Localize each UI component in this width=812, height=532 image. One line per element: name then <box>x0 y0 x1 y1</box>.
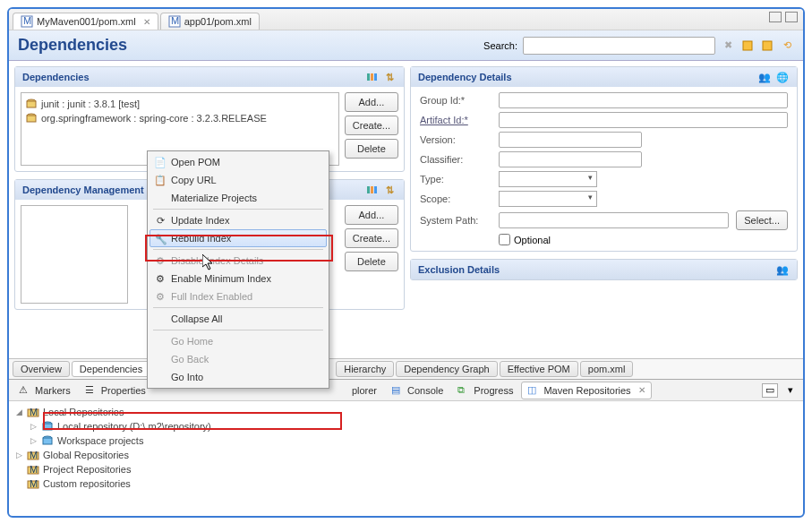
people-icon[interactable]: 👥 <box>757 70 772 84</box>
svg-text:M: M <box>30 407 38 417</box>
svg-rect-5 <box>763 41 772 50</box>
svg-text:M: M <box>23 15 31 26</box>
repo-folder-icon: M <box>27 449 39 461</box>
expand-icon[interactable]: ▷ <box>14 450 23 459</box>
tree-row-workspace[interactable]: ▷Workspace projects <box>14 433 798 448</box>
tab-label: app01/pom.xml <box>184 16 252 27</box>
syspath-input[interactable] <box>499 212 729 228</box>
tree-row-local-root[interactable]: ◢MLocal Repositories <box>14 405 798 419</box>
view-markers[interactable]: ⚠Markers <box>13 382 77 399</box>
group-id-input[interactable] <box>499 92 788 108</box>
menu-go-home[interactable]: Go Home <box>150 332 327 350</box>
menu-go-into[interactable]: Go Into <box>150 368 327 386</box>
view-maven-repos[interactable]: ◫Maven Repositories✕ <box>521 382 651 399</box>
tab-dependencies[interactable]: Dependencies <box>72 361 150 377</box>
add-button[interactable]: Add... <box>345 92 398 112</box>
version-input[interactable] <box>499 132 642 148</box>
dependency-item[interactable]: org.springframework : spring-core : 3.2.… <box>25 111 335 125</box>
add-button[interactable]: Add... <box>345 205 398 225</box>
menu-collapse-all[interactable]: Collapse All <box>150 310 327 328</box>
expand-icon[interactable]: ▷ <box>29 436 38 445</box>
menu-rebuild-index[interactable]: 🔧Rebuild Index <box>150 229 327 247</box>
dependency-item[interactable]: junit : junit : 3.8.1 [test] <box>25 97 335 111</box>
tab-mymaven-pom[interactable]: M MyMaven001/pom.xml ✕ <box>13 13 158 30</box>
svg-text:M: M <box>171 15 179 26</box>
console-icon: ▤ <box>391 384 404 397</box>
svg-rect-12 <box>27 116 36 122</box>
tree-row-global[interactable]: ▷MGlobal Repositories <box>14 448 798 462</box>
view-explorer[interactable]: plorer <box>346 382 383 399</box>
menu-disable-details[interactable]: ⚙Disable Index Details <box>150 252 327 270</box>
search-input[interactable] <box>523 37 715 55</box>
artifact-id-input[interactable] <box>499 112 788 128</box>
type-select[interactable] <box>499 171 597 187</box>
tab-hierarchy[interactable]: Hierarchy <box>336 361 394 377</box>
refresh-icon[interactable]: ⟲ <box>780 39 794 53</box>
tab-dep-graph[interactable]: Dependency Graph <box>396 361 497 377</box>
tab-overview[interactable]: Overview <box>13 361 70 377</box>
tree-row-local-repo[interactable]: ▷Local repository (D:\.m2\repository) <box>14 419 798 433</box>
tree-row-project[interactable]: MProject Repositories <box>14 462 798 476</box>
separator <box>153 330 323 330</box>
close-icon[interactable]: ✕ <box>143 17 150 27</box>
svg-text:M: M <box>30 478 38 489</box>
scope-select[interactable] <box>499 191 597 207</box>
dm-list[interactable] <box>21 205 128 304</box>
classifier-input[interactable] <box>499 151 642 167</box>
menu-copy-url[interactable]: 📋Copy URL <box>150 171 327 189</box>
tab-effective-pom[interactable]: Effective POM <box>500 361 578 377</box>
create-button[interactable]: Create... <box>345 116 398 135</box>
select-button[interactable]: Select... <box>736 210 788 230</box>
toolbar-icon-1[interactable] <box>740 39 755 53</box>
menu-enable-min[interactable]: ⚙Enable Minimum Index <box>150 270 327 287</box>
close-icon[interactable]: ✕ <box>638 385 645 395</box>
expand-icon[interactable]: ▷ <box>29 422 38 431</box>
delete-button[interactable]: Delete <box>345 252 398 271</box>
menu-materialize[interactable]: Materialize Projects <box>150 189 327 207</box>
maven-repos-icon: ◫ <box>527 384 540 397</box>
toolbar-icon-2[interactable] <box>760 39 774 53</box>
sort-icon[interactable]: ⇅ <box>382 183 397 197</box>
view-menu-icon[interactable]: ▭ <box>762 383 778 398</box>
copy-icon: 📋 <box>153 173 167 187</box>
menu-open-pom[interactable]: 📄Open POM <box>150 153 327 171</box>
svg-rect-13 <box>367 186 370 193</box>
create-button[interactable]: Create... <box>345 228 398 248</box>
separator <box>153 307 323 308</box>
jar-icon <box>25 98 38 110</box>
clear-search-icon[interactable]: ✖ <box>721 39 735 53</box>
minimize-icon[interactable] <box>769 12 782 22</box>
scope-label: Scope: <box>420 193 491 204</box>
version-label: Version: <box>420 134 491 145</box>
doc-icon: 📄 <box>153 155 167 169</box>
section-title: Dependency Management <box>22 184 144 195</box>
tree-row-custom[interactable]: MCustom repositories <box>14 476 798 491</box>
globe-icon[interactable]: 🌐 <box>775 70 790 84</box>
filter-icon[interactable] <box>364 70 379 84</box>
filter-icon[interactable] <box>364 183 379 197</box>
tab-app01-pom[interactable]: M app01/pom.xml <box>160 13 260 30</box>
svg-rect-10 <box>27 101 36 107</box>
maximize-icon[interactable] <box>785 12 798 22</box>
sort-icon[interactable]: ⇅ <box>382 70 397 84</box>
gear-icon: ⚙ <box>153 271 167 286</box>
optional-checkbox[interactable] <box>499 234 510 245</box>
section-title: Dependencies <box>22 72 90 82</box>
delete-button[interactable]: Delete <box>345 139 398 159</box>
view-progress[interactable]: ⧉Progress <box>451 382 519 399</box>
view-tabs: ⚠Markers ☰Properties plorer ▤Console ⧉Pr… <box>9 379 803 400</box>
repo-folder-icon: M <box>27 406 39 418</box>
people-icon[interactable]: 👥 <box>775 262 790 277</box>
view-console[interactable]: ▤Console <box>385 382 449 399</box>
tab-pomxml[interactable]: pom.xml <box>580 361 634 377</box>
svg-rect-15 <box>374 186 377 193</box>
menu-update-index[interactable]: ⟳Update Index <box>150 211 327 229</box>
collapse-icon[interactable]: ◢ <box>14 408 23 416</box>
menu-go-back[interactable]: Go Back <box>150 350 327 368</box>
classifier-label: Classifier: <box>420 154 491 165</box>
view-properties[interactable]: ☰Properties <box>79 382 152 399</box>
menu-full-index[interactable]: ⚙Full Index Enabled <box>150 287 327 305</box>
repository-tree[interactable]: ◢MLocal Repositories ▷Local repository (… <box>9 400 803 518</box>
tab-label: MyMaven001/pom.xml <box>37 16 136 27</box>
dropdown-icon[interactable]: ▾ <box>783 383 798 398</box>
